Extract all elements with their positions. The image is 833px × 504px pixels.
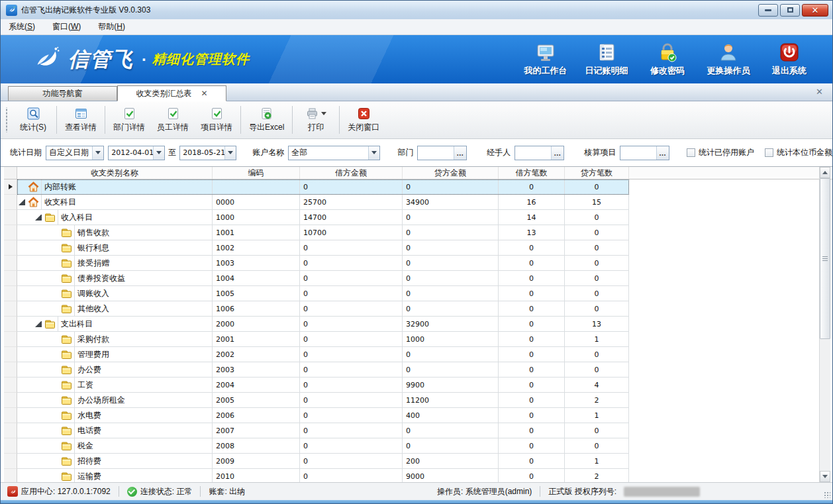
row-selector-gutter[interactable] <box>4 362 17 378</box>
tab-income-expense-summary[interactable]: 收支类别汇总表 ✕ <box>117 85 226 101</box>
row-selector-gutter[interactable] <box>4 469 17 482</box>
statistics-button[interactable]: 统计(S) <box>12 104 54 136</box>
table-row[interactable]: 工资 2004 0 9900 0 4 <box>4 378 832 393</box>
row-selector-gutter[interactable] <box>4 225 17 240</box>
dropdown-button[interactable] <box>224 146 236 160</box>
table-row[interactable]: 内部转账 0 0 0 0 <box>4 179 832 195</box>
row-selector-gutter[interactable] <box>4 271 17 286</box>
date-from-combobox[interactable]: 2012-04-01 <box>108 146 165 160</box>
print-dropdown-caret-icon[interactable] <box>321 112 326 115</box>
scroll-up-button[interactable] <box>820 167 830 178</box>
department-lookup-button[interactable]: … <box>454 146 466 160</box>
disabled-accounts-checkbox[interactable]: 统计已停用账户 <box>687 147 754 158</box>
row-selector-gutter[interactable] <box>4 393 17 408</box>
checkbox-icon[interactable] <box>765 148 773 157</box>
workbench-button[interactable]: 我的工作台 <box>520 42 571 77</box>
checkbox-icon[interactable] <box>687 148 695 157</box>
row-selector-gutter[interactable] <box>4 347 17 362</box>
row-selector-gutter[interactable] <box>4 454 17 469</box>
date-to-combobox[interactable]: 2018-05-21 <box>179 146 236 160</box>
tree-cell[interactable]: 收入科目 <box>17 210 213 225</box>
tree-cell[interactable]: 内部转账 <box>17 179 213 194</box>
menu-window[interactable]: 窗口(W) <box>52 21 81 32</box>
table-row[interactable]: 管理费用 2002 0 0 0 0 <box>4 347 832 362</box>
row-selector-gutter[interactable] <box>4 438 17 454</box>
tree-cell[interactable]: 水电费 <box>17 408 213 423</box>
table-row[interactable]: 接受捐赠 1003 0 0 0 0 <box>4 256 832 271</box>
tree-cell[interactable]: 调账收入 <box>17 286 213 301</box>
vertical-scrollbar[interactable] <box>819 167 830 482</box>
tree-cell[interactable]: 办公费 <box>17 362 213 377</box>
row-selector-gutter[interactable] <box>4 378 17 393</box>
handler-lookup-button[interactable]: … <box>551 146 564 160</box>
row-selector-gutter[interactable] <box>4 423 17 438</box>
dropdown-button[interactable] <box>368 146 379 160</box>
department-field[interactable]: … <box>417 146 467 160</box>
toolbar-drag-handle[interactable] <box>5 107 8 132</box>
expander-icon[interactable] <box>35 321 42 327</box>
scroll-down-button[interactable] <box>820 471 830 482</box>
print-button[interactable]: 打印 <box>295 104 337 136</box>
tree-cell[interactable]: 电话费 <box>17 423 213 438</box>
tabstrip-close-icon[interactable]: ✕ <box>816 87 823 97</box>
table-row[interactable]: 办公费 2003 0 0 0 0 <box>4 362 832 378</box>
row-selector-gutter[interactable] <box>4 256 17 271</box>
tree-cell[interactable]: 工资 <box>17 378 213 392</box>
tree-cell[interactable]: 银行利息 <box>17 240 213 255</box>
account-combobox[interactable]: 全部 <box>288 146 380 160</box>
close-button[interactable]: ✕ <box>802 4 828 17</box>
table-row[interactable]: 银行利息 1002 0 0 0 0 <box>4 240 832 256</box>
tree-cell[interactable]: 接受捐赠 <box>17 256 213 270</box>
project-field[interactable]: … <box>620 146 669 160</box>
table-row[interactable]: 采购付款 2001 0 1000 0 1 <box>4 332 832 347</box>
tree-cell[interactable]: 其他收入 <box>17 301 213 316</box>
dropdown-button[interactable] <box>153 146 164 160</box>
menu-help[interactable]: 帮助(H) <box>98 21 125 32</box>
column-header-credit-amount[interactable]: 贷方金额 <box>403 167 499 179</box>
table-row[interactable]: 税金 2008 0 0 0 0 <box>4 438 832 454</box>
row-selector-gutter[interactable] <box>4 286 17 301</box>
department-input[interactable] <box>418 146 454 160</box>
export-excel-button[interactable]: 导出Excel <box>243 104 290 136</box>
exit-system-button[interactable]: 退出系统 <box>763 42 815 77</box>
expander-icon[interactable] <box>19 199 25 205</box>
maximize-button[interactable] <box>780 4 800 17</box>
column-header-category[interactable]: 收支类别名称 <box>17 167 213 179</box>
close-window-button[interactable]: 关闭窗口 <box>342 104 385 136</box>
department-details-button[interactable]: 部门详情 <box>107 104 151 136</box>
base-currency-checkbox[interactable]: 统计本位币金额 <box>765 147 832 158</box>
tree-cell[interactable]: 销售收款 <box>17 225 213 240</box>
table-row[interactable]: 调账收入 1005 0 0 0 0 <box>4 286 832 301</box>
table-row[interactable]: 水电费 2006 0 400 0 1 <box>4 408 832 423</box>
table-row[interactable]: 办公场所租金 2005 0 11200 0 2 <box>4 393 832 408</box>
column-header-debit-amount[interactable]: 借方金额 <box>300 167 403 179</box>
tree-cell[interactable]: 采购付款 <box>17 332 213 346</box>
table-row[interactable]: 电话费 2007 0 0 0 0 <box>4 423 832 438</box>
dropdown-button[interactable] <box>92 146 103 160</box>
employee-details-button[interactable]: 员工详情 <box>151 104 195 136</box>
handler-input[interactable] <box>515 146 551 160</box>
project-input[interactable] <box>620 146 656 160</box>
tree-cell[interactable]: 支出科目 <box>17 317 213 331</box>
journal-detail-button[interactable]: 日记账明细 <box>581 42 632 77</box>
date-type-combobox[interactable]: 自定义日期 <box>46 146 104 160</box>
row-selector-gutter[interactable] <box>4 317 17 332</box>
scrollbar-track[interactable] <box>820 178 830 471</box>
table-row[interactable]: 收支科目 0000 25700 34900 16 15 <box>4 195 832 210</box>
column-header-debit-count[interactable]: 借方笔数 <box>499 167 565 179</box>
tree-cell[interactable]: 债券投资收益 <box>17 271 213 285</box>
row-selector-gutter[interactable] <box>4 240 17 256</box>
table-row[interactable]: 销售收款 1001 10700 0 13 0 <box>4 225 832 240</box>
switch-operator-button[interactable]: 更换操作员 <box>703 42 754 77</box>
tree-cell[interactable]: 管理费用 <box>17 347 213 362</box>
menu-system[interactable]: 系统(S) <box>9 21 35 32</box>
table-row[interactable]: 招待费 2009 0 200 0 1 <box>4 454 832 469</box>
expander-icon[interactable] <box>35 214 42 221</box>
tree-cell[interactable]: 税金 <box>17 438 213 453</box>
tab-function-nav[interactable]: 功能导航窗 <box>8 86 117 101</box>
row-selector-gutter[interactable] <box>4 332 17 347</box>
tab-close-icon[interactable]: ✕ <box>201 89 207 98</box>
row-selector-gutter[interactable] <box>4 210 17 225</box>
row-selector-gutter[interactable] <box>4 408 17 423</box>
resize-grip[interactable] <box>824 491 830 498</box>
